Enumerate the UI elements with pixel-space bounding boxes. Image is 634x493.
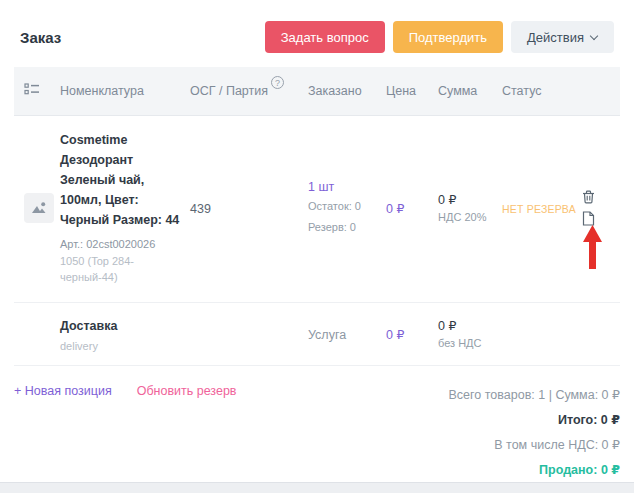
row-action-buttons	[577, 190, 620, 226]
totals-vat-included: В том числе НДС: 0 ₽	[494, 433, 620, 458]
delivery-sum-cell: 0 ₽ без НДС	[438, 318, 502, 349]
table-header-icon-cell	[14, 82, 60, 101]
totals-summary: Всего товаров: 1 | Сумма: 0 ₽	[449, 383, 620, 408]
totals-total: Итого: 0 ₽	[558, 408, 620, 433]
page-title: Заказ	[20, 29, 61, 46]
product-sum-cell: 0 ₽ НДС 20%	[438, 192, 502, 223]
ask-question-label: Задать вопрос	[281, 30, 369, 45]
image-placeholder-icon	[24, 193, 54, 223]
vat-label: НДС 20%	[438, 211, 502, 223]
header-price: Цена	[386, 84, 438, 98]
order-items-table: Номенклатура ОСГ / Партия? Заказано Цена…	[14, 67, 620, 366]
copy-document-icon[interactable]	[582, 211, 595, 226]
question-mark-icon[interactable]: ?	[271, 76, 284, 89]
table-row-delivery: Доставка delivery Услуга 0 ₽ 0 ₽ без НДС	[14, 303, 620, 366]
price-value[interactable]: 0 ₽	[386, 202, 404, 216]
actions-label: Действия	[527, 30, 584, 45]
order-totals: Всего товаров: 1 | Сумма: 0 ₽ Итого: 0 ₽…	[449, 383, 620, 493]
totals-sold: Продано: 0 ₽	[539, 458, 620, 483]
delivery-info-cell: Доставка delivery	[60, 316, 190, 352]
trash-icon[interactable]	[582, 190, 595, 204]
table-row-product: Cosmetime Дезодорант Зеленый чай, 100мл,…	[14, 116, 620, 303]
sum-value: 0 ₽	[438, 192, 502, 207]
header-ordered: Заказано	[308, 84, 386, 98]
ordered-quantity[interactable]: 1 шт	[308, 180, 386, 194]
table-header-row: Номенклатура ОСГ / Партия? Заказано Цена…	[14, 67, 620, 116]
product-info-cell: Cosmetime Дезодорант Зеленый чай, 100мл,…	[60, 130, 190, 286]
product-status-cell: НЕТ РЕЗЕРВА	[502, 199, 577, 217]
order-header: Заказ Задать вопрос Подтвердить Действия	[0, 0, 634, 67]
product-ordered-cell: 1 шт Остаток: 0 Резерв: 0	[308, 180, 386, 236]
delivery-ordered-cell: Услуга	[308, 325, 386, 343]
product-osg-cell: 439	[190, 199, 308, 217]
delivery-price-value[interactable]: 0 ₽	[386, 328, 404, 342]
order-footer: + Новая позиция Обновить резерв Всего то…	[14, 383, 620, 493]
osg-value: 439	[190, 202, 211, 216]
ask-question-button[interactable]: Задать вопрос	[265, 21, 385, 53]
service-type-label: Услуга	[308, 328, 346, 342]
header-nomenclature: Номенклатура	[60, 84, 190, 98]
delivery-sum-value: 0 ₽	[438, 318, 502, 333]
delivery-vat-label: без НДС	[438, 337, 502, 349]
red-arrow-annotation	[583, 225, 602, 269]
product-sku: Арт.: 02cst0020026	[60, 236, 182, 253]
header-sum: Сумма	[438, 84, 502, 98]
header-osg: ОСГ / Партия?	[190, 84, 308, 99]
update-reserve-link[interactable]: Обновить резерв	[137, 384, 237, 493]
footer-links: + Новая позиция Обновить резерв	[14, 383, 237, 493]
status-badge: НЕТ РЕЗЕРВА	[502, 203, 576, 215]
page-bottom-edge	[0, 482, 634, 493]
stock-reserve: Резерв: 0	[308, 219, 386, 236]
delivery-title[interactable]: Доставка	[60, 316, 182, 336]
actions-dropdown-button[interactable]: Действия	[511, 21, 614, 53]
product-image-cell	[14, 193, 60, 223]
chevron-down-icon	[590, 31, 598, 39]
confirm-label: Подтвердить	[409, 30, 487, 45]
delivery-subtitle: delivery	[60, 340, 182, 352]
product-title[interactable]: Cosmetime Дезодорант Зеленый чай, 100мл,…	[60, 130, 182, 230]
product-actions-cell	[577, 190, 620, 226]
product-price-cell: 0 ₽	[386, 199, 438, 217]
new-position-link[interactable]: + Новая позиция	[14, 384, 112, 493]
toolbar: Задать вопрос Подтвердить Действия	[265, 21, 614, 53]
header-status: Статус	[502, 84, 577, 98]
header-osg-label: ОСГ / Партия	[190, 84, 268, 98]
product-variant: 1050 (Top 284-черный-44)	[60, 253, 182, 286]
stock-remainder: Остаток: 0	[308, 198, 386, 215]
confirm-button[interactable]: Подтвердить	[393, 21, 503, 53]
list-icon[interactable]	[24, 87, 40, 101]
delivery-price-cell: 0 ₽	[386, 325, 438, 343]
